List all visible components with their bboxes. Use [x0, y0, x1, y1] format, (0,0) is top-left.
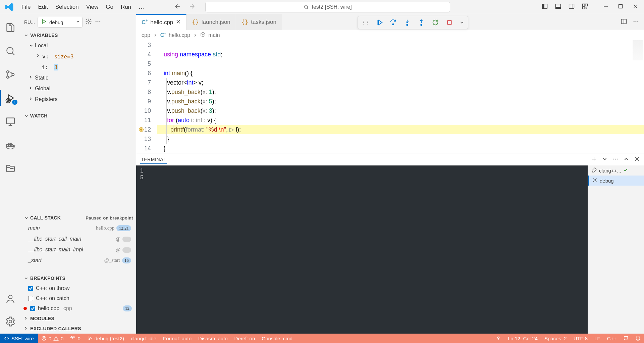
- more-icon[interactable]: [95, 18, 101, 26]
- window-close-icon[interactable]: [633, 4, 638, 10]
- account-icon[interactable]: [0, 292, 21, 305]
- terminal-item-debug[interactable]: debug: [588, 176, 644, 186]
- notifications-icon[interactable]: [632, 336, 644, 341]
- panel-close-icon[interactable]: [634, 156, 640, 163]
- docker-icon[interactable]: [0, 138, 21, 152]
- drag-handle-icon[interactable]: ⋮⋮: [361, 20, 369, 25]
- breadcrumb[interactable]: cpp C+ hello.cpp main: [136, 30, 644, 40]
- feedback-icon[interactable]: [620, 336, 632, 341]
- remote-explorer-icon[interactable]: [0, 115, 21, 128]
- editor-more-icon[interactable]: [633, 18, 639, 26]
- cursor-position[interactable]: Ln 12, Col 24: [504, 336, 541, 341]
- language-mode[interactable]: C++: [604, 336, 620, 341]
- terminal-dropdown-icon[interactable]: [602, 156, 608, 163]
- svg-point-27: [392, 24, 394, 25]
- terminal-more-icon[interactable]: [612, 156, 619, 163]
- callstack-frame[interactable]: _start@_start15: [21, 255, 136, 266]
- command-center-search[interactable]: test2 [SSH: wire]: [205, 2, 450, 12]
- menu-file[interactable]: File: [18, 2, 34, 12]
- nav-back-icon[interactable]: [174, 3, 181, 11]
- breakpoint-file-checkbox[interactable]: [30, 306, 35, 311]
- svg-point-26: [638, 21, 639, 22]
- console-status[interactable]: Console: cmd: [258, 334, 296, 343]
- window-maximize-icon[interactable]: [618, 4, 623, 10]
- window-minimize-icon[interactable]: [603, 4, 608, 10]
- breakpoint-C-on-catch[interactable]: C++: on catch: [21, 293, 136, 303]
- breakpoint-checkbox[interactable]: [28, 286, 33, 291]
- deref-status[interactable]: Deref: on: [231, 334, 259, 343]
- layout-panel-icon[interactable]: [555, 3, 561, 11]
- layout-customize-icon[interactable]: [582, 3, 588, 11]
- code-editor[interactable]: 34567891011121314 using namespace std; i…: [136, 40, 644, 153]
- debug-settings-icon[interactable]: [85, 18, 92, 26]
- menu-view[interactable]: View: [83, 2, 102, 12]
- breakpoint-checkbox[interactable]: [28, 296, 33, 301]
- variables-section[interactable]: VARIABLES: [21, 30, 136, 40]
- restart-icon[interactable]: [431, 18, 440, 27]
- callstack-section[interactable]: CALL STACKPaused on breakpoint: [21, 213, 136, 223]
- indentation[interactable]: Spaces: 2: [541, 336, 570, 341]
- excluded-callers-section[interactable]: EXCLUDED CALLERS: [21, 324, 136, 334]
- terminal-item-clang++...[interactable]: clang++...: [588, 165, 644, 176]
- menu-selection[interactable]: Selection: [52, 2, 82, 12]
- settings-gear-icon[interactable]: [0, 315, 21, 328]
- stop-icon[interactable]: [445, 18, 454, 27]
- svg-point-32: [615, 158, 616, 159]
- scope-registers[interactable]: Registers: [21, 94, 136, 105]
- terminal-output[interactable]: 1 5: [136, 165, 588, 334]
- breakpoint-file[interactable]: hello.cpp cpp 12: [21, 303, 136, 313]
- debug-toolbar[interactable]: ⋮⋮: [358, 16, 468, 29]
- step-into-icon[interactable]: [403, 18, 412, 27]
- editor-tab-tasks.json[interactable]: {}tasks.json: [236, 14, 282, 30]
- nav-forward-icon[interactable]: [189, 3, 195, 11]
- clangd-status[interactable]: clangd: idle: [127, 334, 160, 343]
- scope-static[interactable]: Static: [21, 72, 136, 83]
- debug-icon[interactable]: 1: [0, 91, 21, 105]
- extensions-explorer-icon[interactable]: [0, 162, 21, 175]
- panel-maximize-icon[interactable]: [623, 156, 629, 163]
- chevron-down-icon[interactable]: [75, 19, 80, 25]
- eol[interactable]: LF: [591, 336, 604, 341]
- status-pin-icon[interactable]: [492, 336, 504, 341]
- search-icon[interactable]: [0, 44, 21, 58]
- format-status[interactable]: Format: auto: [160, 334, 195, 343]
- split-editor-icon[interactable]: [621, 18, 627, 26]
- continue-icon[interactable]: [375, 18, 383, 27]
- breakpoint-C-on-throw[interactable]: C++: on throw: [21, 283, 136, 293]
- editor-tab-hello.cpp[interactable]: C+hello.cpp: [136, 14, 186, 30]
- breakpoints-section[interactable]: BREAKPOINTS: [21, 273, 136, 283]
- menu-go[interactable]: Go: [102, 2, 117, 12]
- start-debug-icon[interactable]: [41, 18, 47, 26]
- scm-icon[interactable]: [0, 68, 21, 81]
- disasm-status[interactable]: Disasm: auto: [195, 334, 231, 343]
- debug-config-selector[interactable]: debug: [38, 17, 83, 28]
- menu-…[interactable]: …: [135, 2, 148, 12]
- step-over-icon[interactable]: [389, 18, 397, 27]
- minimap[interactable]: [633, 40, 643, 60]
- scope-global[interactable]: Global: [21, 83, 136, 94]
- layout-secondary-icon[interactable]: [568, 3, 575, 11]
- callstack-frame[interactable]: __libc_start_main_impl@: [21, 244, 136, 255]
- menu-edit[interactable]: Edit: [35, 2, 51, 12]
- var-i[interactable]: i: 3: [21, 62, 136, 72]
- layout-primary-icon[interactable]: [541, 3, 548, 11]
- editor-tab-launch.json[interactable]: {}launch.json: [186, 14, 236, 30]
- terminal-new-icon[interactable]: [591, 156, 597, 163]
- remote-indicator[interactable]: SSH: wire: [0, 334, 38, 343]
- debug-toolbar-chevron-icon[interactable]: [459, 18, 465, 27]
- ports-indicator[interactable]: 0: [67, 334, 84, 343]
- explorer-icon[interactable]: [0, 21, 21, 34]
- panel-tab-terminal[interactable]: TERMINAL: [140, 155, 167, 164]
- callstack-frame[interactable]: mainhello.cpp12:21: [21, 223, 136, 234]
- problems-indicator[interactable]: 0 0: [38, 334, 67, 343]
- menu-run[interactable]: Run: [117, 2, 135, 12]
- callstack-frame[interactable]: __libc_start_call_main@: [21, 234, 136, 244]
- close-tab-icon[interactable]: [176, 19, 181, 26]
- encoding[interactable]: UTF-8: [570, 336, 591, 341]
- modules-section[interactable]: MODULES: [21, 313, 136, 324]
- step-out-icon[interactable]: [417, 18, 426, 27]
- var-v[interactable]: v: size=3: [21, 51, 136, 62]
- scope-local[interactable]: Local: [21, 40, 136, 51]
- debug-status[interactable]: debug (test2): [84, 334, 127, 343]
- watch-section[interactable]: WATCH: [21, 111, 136, 121]
